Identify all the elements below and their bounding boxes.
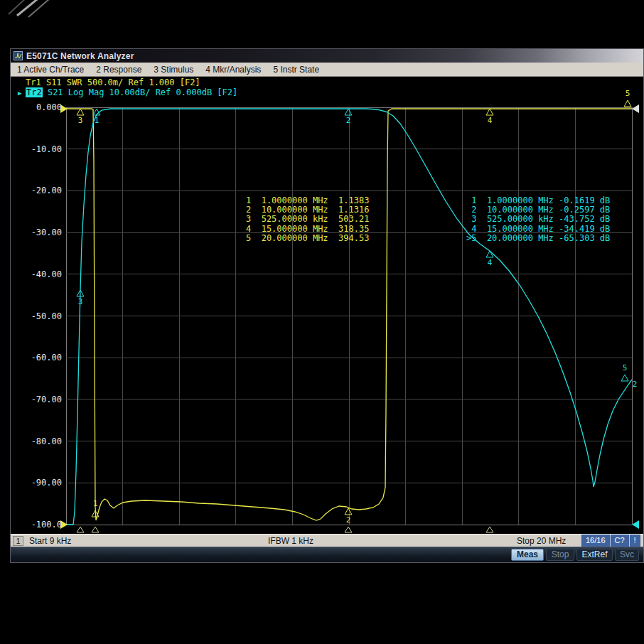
start-frequency-readout: Start 9 kHz (29, 536, 71, 546)
window-title: E5071C Network Analyzer (26, 51, 134, 61)
menu-item-4[interactable]: 4 Mkr/Analysis (205, 65, 261, 75)
menu-bar: 1 Active Ch/Trace2 Response3 Stimulus4 M… (11, 63, 643, 77)
y-axis-label: -60.00 (19, 353, 62, 363)
channel-indicator: 1 (13, 536, 23, 546)
y-axis-label: -50.00 (19, 311, 62, 321)
marker-axis-tick (77, 527, 84, 532)
marker-readout-row: 5 20.000000 MHz 394.53 (246, 234, 369, 243)
svg-text:5: 5 (626, 89, 630, 98)
menu-item-3[interactable]: 3 Stimulus (154, 65, 193, 75)
plot-area[interactable]: 31245123452 (11, 77, 644, 534)
marker-table-tr1: 1 1.0000000 MHz 1.13832 10.000000 MHz 1.… (246, 196, 369, 243)
y-axis-label: -20.00 (19, 186, 62, 195)
menu-item-1[interactable]: 1 Active Ch/Trace (17, 65, 84, 75)
marker-axis-tick (92, 527, 99, 532)
trace-arrow-spacer (18, 79, 26, 88)
y-axis-label: -70.00 (19, 395, 62, 404)
y-axis-label: -30.00 (19, 227, 62, 237)
y-axis-label: -90.00 (19, 478, 62, 488)
y-axis-label: -10.00 (19, 144, 62, 154)
title-bar[interactable]: E5071C Network Analyzer (11, 49, 643, 63)
svg-text:1: 1 (95, 116, 100, 125)
marker-readout-row: >5 20.000000 MHz -65.303 dB (466, 234, 610, 243)
trace-2-definition[interactable]: ▶Tr2 S21 Log Mag 10.00dB/ Ref 0.000dB [F… (18, 88, 237, 98)
marker-readout-row: 3 525.00000 kHz -43.752 dB (466, 215, 610, 224)
menu-item-5[interactable]: 5 Instr State (273, 65, 319, 75)
sweep-counter-badge: 16/16 (581, 535, 610, 547)
status-badges: 16/16 C? ! (581, 535, 640, 547)
app-icon (14, 51, 23, 60)
marker-tr2-5[interactable]: 5 (621, 363, 628, 381)
trace-name: Tr1 (26, 77, 41, 87)
trace-name: Tr2 (26, 87, 43, 97)
marker-tr1-3[interactable]: 3 (77, 109, 84, 125)
marker-axis-tick (486, 527, 493, 532)
desktop-background: E5071C Network Analyzer 1 Active Ch/Trac… (0, 0, 644, 644)
grid (66, 107, 632, 525)
menu-item-2[interactable]: 2 Response (96, 65, 141, 75)
marker-tr1-2[interactable]: 2 (345, 508, 352, 525)
marker-tr2-1[interactable]: 1 (93, 109, 100, 125)
svg-text:1: 1 (93, 499, 98, 508)
ref-pos-tr2-bottom-right (632, 520, 639, 529)
marker-axis-tick (345, 527, 352, 532)
svg-text:2: 2 (633, 380, 638, 389)
alert-badge: ! (629, 535, 640, 547)
marker-tr2-2[interactable]: 2 (633, 380, 638, 389)
y-axis-label: -40.00 (19, 269, 62, 279)
svg-text:2: 2 (346, 116, 351, 125)
ref-pos-top-right (632, 104, 639, 113)
trace-format: S11 SWR 500.0m/ Ref 1.000 [F2] (41, 77, 200, 87)
marker-tr1-5[interactable]: 5 (624, 89, 631, 107)
ifbw-readout: IFBW 1 kHz (268, 536, 313, 546)
instrument-button-stop[interactable]: Stop (546, 549, 574, 561)
marker-table-tr2: 1 1.0000000 MHz -0.1619 dB 2 10.000000 M… (466, 196, 610, 243)
instrument-status-bar: MeasStopExtRefSvc2 (11, 547, 643, 562)
instrument-button-svc[interactable]: Svc (615, 549, 639, 561)
stop-frequency-readout: Stop 20 MHz (517, 536, 566, 546)
trace-format: S21 Log Mag 10.00dB/ Ref 0.000dB [F2] (43, 87, 238, 97)
correction-status-badge: C? (610, 535, 629, 547)
marker-readout-row: 4 15.000000 MHz 318.35 (246, 225, 369, 234)
analyzer-screen: Tr1 S11 SWR 500.0m/ Ref 1.000 [F2]▶Tr2 S… (11, 77, 643, 534)
instrument-button-extref[interactable]: ExtRef (576, 549, 613, 561)
svg-text:3: 3 (78, 297, 83, 306)
y-axis-label: -100.0 (19, 520, 62, 530)
instrument-button-meas[interactable]: Meas (511, 549, 544, 561)
svg-text:3: 3 (78, 116, 83, 125)
trace-definitions: Tr1 S11 SWR 500.0m/ Ref 1.000 [F2]▶Tr2 S… (18, 78, 237, 98)
svg-text:2: 2 (346, 515, 351, 525)
status-bar: 1 Start 9 kHz IFBW 1 kHz Stop 20 MHz 16/… (11, 534, 643, 547)
marker-readout-row: 3 525.00000 kHz 503.21 (246, 215, 369, 224)
app-window: E5071C Network Analyzer 1 Active Ch/Trac… (10, 48, 644, 563)
svg-text:5: 5 (623, 363, 628, 372)
marker-tr2-2[interactable]: 2 (345, 109, 352, 125)
active-trace-arrow-icon: ▶ (18, 89, 26, 98)
svg-text:4: 4 (488, 116, 493, 125)
streak-line (9, 0, 27, 14)
wallpaper-streaks (0, 0, 85, 43)
svg-text:4: 4 (488, 258, 493, 267)
y-axis-label: -80.00 (19, 436, 62, 446)
y-axis-label: 0.000 (19, 102, 62, 112)
marker-readout-row: 4 15.000000 MHz -34.419 dB (466, 225, 610, 234)
trace-1-definition[interactable]: Tr1 S11 SWR 500.0m/ Ref 1.000 [F2] (18, 78, 237, 88)
marker-tr1-4[interactable]: 4 (486, 109, 493, 125)
